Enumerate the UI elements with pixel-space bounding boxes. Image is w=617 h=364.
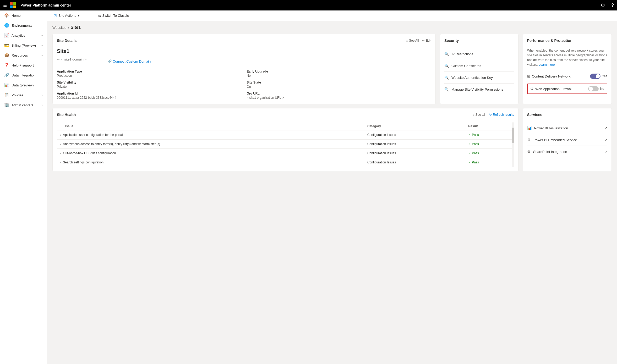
security-ip-restrictions[interactable]: 🔍 IP Restrictions xyxy=(444,48,514,60)
ip-restrictions-icon: 🔍 xyxy=(444,52,449,56)
issue-3-text: Out-of-the-box CSS files configuration xyxy=(63,151,116,155)
result-4: ✓ Pass xyxy=(465,158,514,167)
service-power-bi-viz[interactable]: 📊 Power BI Visualization ↗ xyxy=(527,122,607,134)
services-title: Services xyxy=(527,113,542,117)
services-card: Services 📊 Power BI Visualization ↗ 🖥 Po… xyxy=(523,108,612,171)
switch-to-classic-button[interactable]: ⇆ Switch To Classic xyxy=(96,13,131,19)
cdn-toggle-value: Yes xyxy=(602,74,607,78)
expand-chevron-3[interactable]: › xyxy=(60,152,61,155)
refresh-results-button[interactable]: ↻ Refresh results xyxy=(489,113,514,117)
sidebar-item-billing[interactable]: 💳 Billing (Preview) ▾ xyxy=(0,40,47,50)
resources-chevron-icon: ▾ xyxy=(41,54,43,57)
sidebar-item-policies[interactable]: 📋 Policies ▾ xyxy=(0,90,47,100)
prop-site-state-label: Site State xyxy=(247,81,432,84)
breadcrumb-current: Site1 xyxy=(71,25,81,30)
prop-org-url-label: Org URL xyxy=(247,92,432,95)
prop-application-id-value: 00001111-aaaa-2222-bbbb-3333cccc4444 xyxy=(57,96,242,100)
cdn-toggle-container: Yes xyxy=(590,74,607,79)
sidebar-item-admin-centers[interactable]: 🏢 Admin centers ▾ xyxy=(0,100,47,110)
sidebar-item-data-preview[interactable]: 📊 Data (preview) xyxy=(0,80,47,90)
cdn-row: ⊞ Content Delivery Network Yes xyxy=(527,71,607,81)
learn-more-link[interactable]: Learn more xyxy=(539,63,555,67)
security-card: Security 🔍 IP Restrictions 🔍 Custom Cert… xyxy=(440,34,518,104)
power-bi-embedded-external-icon: ↗ xyxy=(605,138,607,142)
help-icon[interactable]: ? xyxy=(611,3,614,8)
site-health-title: Site Health xyxy=(57,113,76,117)
site-name: Site1 xyxy=(57,48,431,54)
analytics-chevron-icon: ▾ xyxy=(41,34,43,37)
site-details-title: Site Details xyxy=(57,38,77,43)
security-site-visibility[interactable]: 🔍 Manage Site Visibility Permissions xyxy=(444,84,514,95)
security-website-auth-key[interactable]: 🔍 Website Authentication Key xyxy=(444,72,514,84)
issue-4-text: Search settings configuration xyxy=(63,161,103,164)
site-details-header: Site Details ≡ See All ✏ Edit xyxy=(57,38,431,45)
prop-application-type: Application Type Production xyxy=(57,70,242,78)
scroll-indicator[interactable] xyxy=(512,122,514,167)
table-row: › Anonymous access to entity form(s), en… xyxy=(57,140,514,149)
health-col-issue: Issue xyxy=(57,122,364,130)
result-2: ✓ Pass xyxy=(465,140,514,149)
power-bi-viz-label: Power BI Visualization xyxy=(534,126,568,130)
waf-toggle-container: No xyxy=(588,86,604,91)
ip-restrictions-label: IP Restrictions xyxy=(451,52,473,56)
see-all-button[interactable]: ≡ See All xyxy=(406,39,419,43)
table-row: › Search settings configuration Configur… xyxy=(57,158,514,167)
waf-row: ⚙ Web Application Firewall No xyxy=(527,84,607,94)
check-icon-4: ✓ xyxy=(468,161,471,164)
breadcrumb-separator: › xyxy=(68,26,69,30)
more-actions-icon[interactable]: ··· xyxy=(82,14,85,18)
connect-custom-domain-button[interactable]: 🔗 Connect Custom Domain xyxy=(107,59,151,63)
prop-application-id: Application Id 00001111-aaaa-2222-bbbb-3… xyxy=(57,92,242,100)
site-health-header: Site Health ≡ See all ↻ Refresh results xyxy=(57,113,514,119)
see-all-health-icon: ≡ xyxy=(473,113,474,117)
waf-toggle[interactable] xyxy=(588,86,599,91)
sidebar: 🏠 Home 🌐 Environments 📈 Analytics ▾ 💳 Bi… xyxy=(0,10,47,364)
security-custom-certificates[interactable]: 🔍 Custom Certificates xyxy=(444,60,514,72)
cdn-toggle[interactable] xyxy=(590,74,600,79)
prop-site-state-value: On xyxy=(247,85,432,89)
action-bar-separator xyxy=(92,13,92,18)
sidebar-item-home[interactable]: 🏠 Home xyxy=(0,10,47,20)
see-all-health-button[interactable]: ≡ See all xyxy=(473,113,485,117)
site-health-actions: ≡ See all ↻ Refresh results xyxy=(473,113,514,117)
policies-chevron-icon: ▾ xyxy=(41,94,43,97)
sidebar-item-environments[interactable]: 🌐 Environments xyxy=(0,20,47,30)
expand-chevron-4[interactable]: › xyxy=(60,161,61,164)
sidebar-item-analytics[interactable]: 📈 Analytics ▾ xyxy=(0,30,47,40)
home-icon: 🏠 xyxy=(4,13,9,18)
expand-chevron-1[interactable]: › xyxy=(60,134,61,136)
website-auth-key-label: Website Authentication Key xyxy=(451,76,493,80)
prop-application-type-value: Production xyxy=(57,74,242,78)
custom-certificates-label: Custom Certificates xyxy=(451,64,481,68)
performance-title: Performance & Protection xyxy=(527,38,572,43)
checkbox-icon: ☑ xyxy=(53,14,57,18)
sidebar-item-data-integration[interactable]: 🔗 Data integration xyxy=(0,70,47,80)
prop-early-upgrade-value: No xyxy=(247,74,432,78)
prop-application-type-label: Application Type xyxy=(57,70,242,73)
service-sharepoint[interactable]: ⚙ SharePoint Integration ↗ xyxy=(527,146,607,157)
performance-header: Performance & Protection xyxy=(527,38,607,45)
sidebar-item-help[interactable]: ❓ Help + support xyxy=(0,60,47,70)
policies-icon: 📋 xyxy=(4,93,9,97)
admin-centers-chevron-icon: ▾ xyxy=(41,104,43,107)
edit-icon: ✏ xyxy=(422,39,425,43)
expand-chevron-2[interactable]: › xyxy=(60,143,61,146)
performance-card: Performance & Protection When enabled, t… xyxy=(523,34,612,104)
site-visibility-label: Manage Site Visibility Permissions xyxy=(451,87,503,91)
menu-icon[interactable]: ☰ xyxy=(3,3,7,8)
domain-text: < site1 domain > xyxy=(61,57,86,61)
prop-early-upgrade-label: Early Upgrade xyxy=(247,70,432,73)
power-bi-embedded-label: Power BI Embedded Service xyxy=(533,138,577,142)
link-icon: 🔗 xyxy=(107,59,112,63)
breadcrumb-parent[interactable]: Websites xyxy=(52,26,66,30)
check-icon-3: ✓ xyxy=(468,151,471,155)
sidebar-item-resources[interactable]: 📦 Resources ▾ xyxy=(0,50,47,60)
edit-button[interactable]: ✏ Edit xyxy=(422,39,431,43)
settings-icon[interactable]: ⚙ xyxy=(601,2,605,8)
billing-icon: 💳 xyxy=(4,43,9,48)
prop-site-visibility-value: Private xyxy=(57,85,242,89)
admin-centers-icon: 🏢 xyxy=(4,103,9,107)
help-support-icon: ❓ xyxy=(4,63,9,68)
service-power-bi-embedded[interactable]: 🖥 Power BI Embedded Service ↗ xyxy=(527,134,607,146)
site-actions-button[interactable]: ☑ Site Actions ▾ ··· xyxy=(51,13,88,19)
